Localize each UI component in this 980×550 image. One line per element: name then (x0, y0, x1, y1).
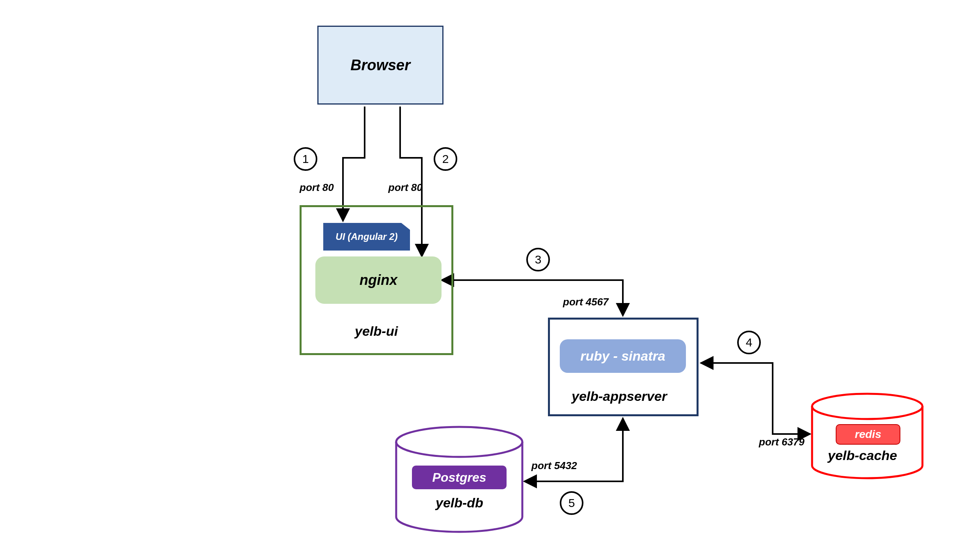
svg-point-0 (396, 427, 522, 457)
yelb-appserver-label: yelb-appserver (572, 389, 667, 404)
ruby-box: ruby - sinatra (560, 339, 686, 373)
ruby-label: ruby - sinatra (580, 348, 665, 364)
step-4-num: 4 (746, 336, 753, 349)
nginx-box: nginx (315, 256, 442, 304)
svg-point-1 (812, 394, 922, 419)
step-3-num: 3 (535, 253, 542, 266)
redis-label: redis (855, 428, 881, 441)
step-2-num: 2 (442, 152, 449, 166)
port-label-4: port 6379 (759, 436, 805, 448)
port-label-1: port 80 (300, 181, 334, 194)
postgres-label: Postgres (432, 470, 486, 485)
step-5-num: 5 (568, 496, 575, 510)
step-1-num: 1 (302, 152, 309, 166)
step-2-circle: 2 (434, 147, 457, 171)
browser-label: Browser (350, 57, 410, 74)
step-3-circle: 3 (526, 248, 550, 271)
step-4-circle: 4 (737, 331, 761, 354)
step-1-circle: 1 (294, 147, 317, 171)
angular-tag: UI (Angular 2) (323, 223, 410, 251)
redis-tag: redis (836, 424, 900, 445)
port-label-3: port 4567 (563, 296, 609, 308)
port-label-5: port 5432 (531, 460, 577, 472)
diagram-canvas: Browser nginx UI (Angular 2) yelb-ui rub… (0, 0, 980, 550)
nginx-label: nginx (360, 272, 397, 288)
angular-label: UI (Angular 2) (335, 231, 397, 242)
yelb-cache-label: yelb-cache (828, 448, 897, 463)
browser-node: Browser (317, 26, 443, 105)
yelb-ui-label: yelb-ui (355, 324, 398, 339)
port-label-2: port 80 (388, 181, 423, 194)
postgres-tag: Postgres (412, 466, 507, 489)
step-5-circle: 5 (560, 491, 583, 515)
yelb-db-label: yelb-db (436, 495, 483, 511)
